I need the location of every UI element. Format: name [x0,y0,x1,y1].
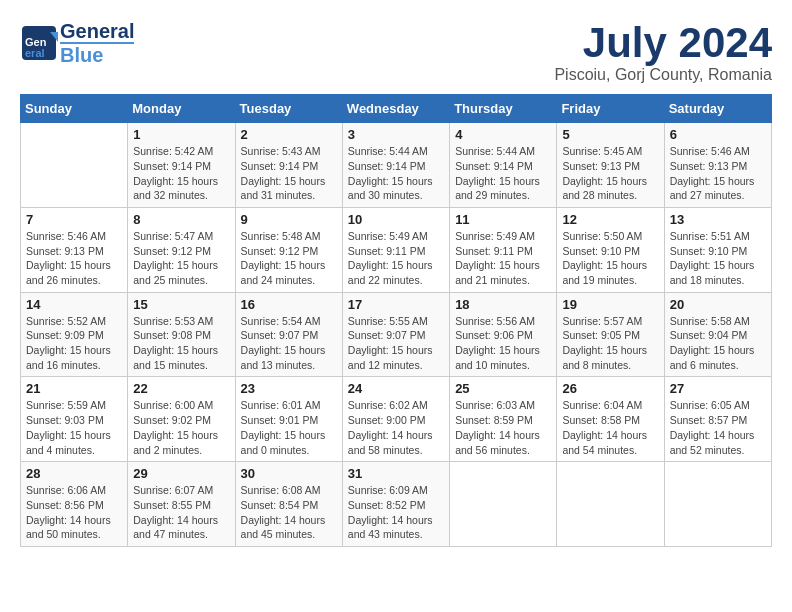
day-info: Sunrise: 5:46 AMSunset: 9:13 PMDaylight:… [670,144,766,203]
page-header: Gen eral General Blue July 2024 Piscoiu,… [20,20,772,84]
day-header-monday: Monday [128,95,235,123]
day-info: Sunrise: 6:09 AMSunset: 8:52 PMDaylight:… [348,483,444,542]
day-number: 26 [562,381,658,396]
day-info: Sunrise: 5:56 AMSunset: 9:06 PMDaylight:… [455,314,551,373]
logo-general: General [60,20,134,42]
day-info: Sunrise: 5:49 AMSunset: 9:11 PMDaylight:… [348,229,444,288]
day-number: 23 [241,381,337,396]
calendar-cell: 10Sunrise: 5:49 AMSunset: 9:11 PMDayligh… [342,207,449,292]
day-info: Sunrise: 5:50 AMSunset: 9:10 PMDaylight:… [562,229,658,288]
day-info: Sunrise: 6:04 AMSunset: 8:58 PMDaylight:… [562,398,658,457]
calendar-cell: 13Sunrise: 5:51 AMSunset: 9:10 PMDayligh… [664,207,771,292]
day-info: Sunrise: 5:59 AMSunset: 9:03 PMDaylight:… [26,398,122,457]
day-number: 3 [348,127,444,142]
calendar-cell: 16Sunrise: 5:54 AMSunset: 9:07 PMDayligh… [235,292,342,377]
calendar-cell: 27Sunrise: 6:05 AMSunset: 8:57 PMDayligh… [664,377,771,462]
day-number: 24 [348,381,444,396]
day-info: Sunrise: 5:45 AMSunset: 9:13 PMDaylight:… [562,144,658,203]
calendar-cell: 8Sunrise: 5:47 AMSunset: 9:12 PMDaylight… [128,207,235,292]
day-number: 2 [241,127,337,142]
calendar-cell [21,123,128,208]
calendar-table: SundayMondayTuesdayWednesdayThursdayFrid… [20,94,772,547]
day-number: 15 [133,297,229,312]
day-header-tuesday: Tuesday [235,95,342,123]
svg-text:eral: eral [25,47,45,59]
calendar-cell: 22Sunrise: 6:00 AMSunset: 9:02 PMDayligh… [128,377,235,462]
calendar-cell: 12Sunrise: 5:50 AMSunset: 9:10 PMDayligh… [557,207,664,292]
day-info: Sunrise: 5:57 AMSunset: 9:05 PMDaylight:… [562,314,658,373]
day-number: 31 [348,466,444,481]
day-number: 1 [133,127,229,142]
day-number: 29 [133,466,229,481]
day-info: Sunrise: 6:02 AMSunset: 9:00 PMDaylight:… [348,398,444,457]
day-info: Sunrise: 5:44 AMSunset: 9:14 PMDaylight:… [348,144,444,203]
day-info: Sunrise: 6:03 AMSunset: 8:59 PMDaylight:… [455,398,551,457]
calendar-cell: 31Sunrise: 6:09 AMSunset: 8:52 PMDayligh… [342,462,449,547]
calendar-cell: 9Sunrise: 5:48 AMSunset: 9:12 PMDaylight… [235,207,342,292]
calendar-cell: 5Sunrise: 5:45 AMSunset: 9:13 PMDaylight… [557,123,664,208]
calendar-cell: 4Sunrise: 5:44 AMSunset: 9:14 PMDaylight… [450,123,557,208]
calendar-cell: 3Sunrise: 5:44 AMSunset: 9:14 PMDaylight… [342,123,449,208]
calendar-cell: 6Sunrise: 5:46 AMSunset: 9:13 PMDaylight… [664,123,771,208]
day-number: 12 [562,212,658,227]
day-info: Sunrise: 5:55 AMSunset: 9:07 PMDaylight:… [348,314,444,373]
day-header-sunday: Sunday [21,95,128,123]
day-info: Sunrise: 5:54 AMSunset: 9:07 PMDaylight:… [241,314,337,373]
calendar-cell: 15Sunrise: 5:53 AMSunset: 9:08 PMDayligh… [128,292,235,377]
logo-icon: Gen eral [20,24,58,62]
day-number: 17 [348,297,444,312]
day-number: 25 [455,381,551,396]
calendar-cell: 26Sunrise: 6:04 AMSunset: 8:58 PMDayligh… [557,377,664,462]
week-row-1: 1Sunrise: 5:42 AMSunset: 9:14 PMDaylight… [21,123,772,208]
day-number: 11 [455,212,551,227]
day-info: Sunrise: 6:05 AMSunset: 8:57 PMDaylight:… [670,398,766,457]
calendar-cell: 28Sunrise: 6:06 AMSunset: 8:56 PMDayligh… [21,462,128,547]
day-header-wednesday: Wednesday [342,95,449,123]
calendar-cell: 17Sunrise: 5:55 AMSunset: 9:07 PMDayligh… [342,292,449,377]
calendar-cell: 1Sunrise: 5:42 AMSunset: 9:14 PMDaylight… [128,123,235,208]
week-row-5: 28Sunrise: 6:06 AMSunset: 8:56 PMDayligh… [21,462,772,547]
day-number: 18 [455,297,551,312]
week-row-2: 7Sunrise: 5:46 AMSunset: 9:13 PMDaylight… [21,207,772,292]
day-number: 8 [133,212,229,227]
day-number: 27 [670,381,766,396]
calendar-cell [557,462,664,547]
day-info: Sunrise: 5:44 AMSunset: 9:14 PMDaylight:… [455,144,551,203]
day-number: 13 [670,212,766,227]
day-number: 28 [26,466,122,481]
day-number: 14 [26,297,122,312]
day-number: 19 [562,297,658,312]
day-number: 5 [562,127,658,142]
day-header-friday: Friday [557,95,664,123]
location-subtitle: Piscoiu, Gorj County, Romania [554,66,772,84]
title-block: July 2024 Piscoiu, Gorj County, Romania [554,20,772,84]
day-header-saturday: Saturday [664,95,771,123]
day-info: Sunrise: 5:49 AMSunset: 9:11 PMDaylight:… [455,229,551,288]
day-number: 21 [26,381,122,396]
day-number: 16 [241,297,337,312]
day-info: Sunrise: 5:47 AMSunset: 9:12 PMDaylight:… [133,229,229,288]
calendar-cell: 19Sunrise: 5:57 AMSunset: 9:05 PMDayligh… [557,292,664,377]
calendar-cell: 2Sunrise: 5:43 AMSunset: 9:14 PMDaylight… [235,123,342,208]
day-number: 9 [241,212,337,227]
day-number: 20 [670,297,766,312]
logo: Gen eral General Blue [20,20,134,66]
calendar-cell: 21Sunrise: 5:59 AMSunset: 9:03 PMDayligh… [21,377,128,462]
calendar-cell: 7Sunrise: 5:46 AMSunset: 9:13 PMDaylight… [21,207,128,292]
day-info: Sunrise: 6:06 AMSunset: 8:56 PMDaylight:… [26,483,122,542]
calendar-cell: 14Sunrise: 5:52 AMSunset: 9:09 PMDayligh… [21,292,128,377]
calendar-cell: 30Sunrise: 6:08 AMSunset: 8:54 PMDayligh… [235,462,342,547]
calendar-cell: 23Sunrise: 6:01 AMSunset: 9:01 PMDayligh… [235,377,342,462]
calendar-cell: 25Sunrise: 6:03 AMSunset: 8:59 PMDayligh… [450,377,557,462]
calendar-cell: 18Sunrise: 5:56 AMSunset: 9:06 PMDayligh… [450,292,557,377]
day-info: Sunrise: 5:43 AMSunset: 9:14 PMDaylight:… [241,144,337,203]
week-row-3: 14Sunrise: 5:52 AMSunset: 9:09 PMDayligh… [21,292,772,377]
day-info: Sunrise: 5:42 AMSunset: 9:14 PMDaylight:… [133,144,229,203]
week-row-4: 21Sunrise: 5:59 AMSunset: 9:03 PMDayligh… [21,377,772,462]
day-info: Sunrise: 5:53 AMSunset: 9:08 PMDaylight:… [133,314,229,373]
day-number: 22 [133,381,229,396]
day-number: 10 [348,212,444,227]
day-info: Sunrise: 5:58 AMSunset: 9:04 PMDaylight:… [670,314,766,373]
calendar-cell: 11Sunrise: 5:49 AMSunset: 9:11 PMDayligh… [450,207,557,292]
day-number: 4 [455,127,551,142]
